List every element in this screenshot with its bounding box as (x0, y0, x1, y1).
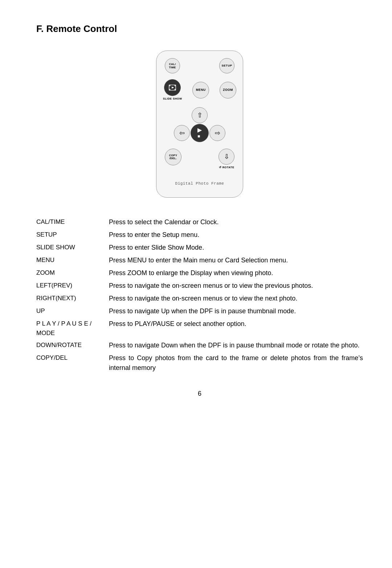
key-table-row: LEFT(PREV)Press to navigate the on-scree… (36, 279, 363, 292)
remote-brand-label: Digital Photo Frame (175, 181, 224, 187)
key-label: SLIDE SHOW (36, 241, 109, 254)
setup-button[interactable]: SETUP (219, 58, 234, 73)
rotate-group: ⇩ ↺ ROTATE (219, 149, 234, 169)
key-label: RIGHT(NEXT) (36, 292, 109, 305)
remote-bottom-row: COPY/DEL. ⇩ ↺ ROTATE (163, 149, 236, 169)
slideshow-icon (168, 84, 176, 92)
rotate-label: ↺ ROTATE (219, 165, 234, 169)
key-label: MENU (36, 254, 109, 267)
remote-top-row: CAL/TIME SETUP (163, 58, 236, 73)
copy-del-group: COPY/DEL. (165, 149, 181, 165)
key-description: Press to navigate the on-screen menus or… (109, 292, 363, 305)
key-table-row: CAL/TIMEPress to select the Calendar or … (36, 216, 363, 229)
copy-del-button[interactable]: COPY/DEL. (165, 149, 181, 165)
key-label: COPY/DEL (36, 352, 109, 374)
remote-illustration: CAL/TIME SETUP (36, 51, 363, 198)
key-table-row: DOWN/ROTATEPress to navigate Down when t… (36, 339, 363, 352)
key-table-row: ZOOMPress ZOOM to enlarge the Display wh… (36, 267, 363, 279)
key-table-row: UPPress to navigate Up when the DPF is i… (36, 305, 363, 318)
playpause-button[interactable]: ▶︎■ (191, 124, 209, 142)
key-description: Press to enter Slide Show Mode. (109, 241, 363, 254)
key-description: Press MENU to enter the Main menu or Car… (109, 254, 363, 267)
key-description: Press to navigate the on-screen menus or… (109, 279, 363, 292)
page-number: 6 (36, 389, 363, 399)
left-arrow-button[interactable]: ⇦ (174, 125, 190, 141)
dpad-middle-row: ⇦ ▶︎■ ⇨ (174, 124, 225, 142)
key-description: Press to enter the Setup menu. (109, 229, 363, 241)
key-description: Press to select the Calendar or Clock. (109, 216, 363, 229)
key-table-row: COPY/DELPress to Copy photos from the ca… (36, 352, 363, 374)
up-arrow-button[interactable]: ⇧ (192, 107, 208, 123)
key-label: LEFT(PREV) (36, 279, 109, 292)
key-description: Press to navigate Down when the DPF is i… (109, 339, 363, 352)
svg-marker-5 (172, 86, 174, 89)
page-title: F. Remote Control (36, 22, 363, 36)
key-descriptions-table: CAL/TIMEPress to select the Calendar or … (36, 216, 363, 374)
key-table-row: MENUPress MENU to enter the Main menu or… (36, 254, 363, 267)
cal-time-button[interactable]: CAL/TIME (165, 58, 180, 73)
svg-rect-2 (169, 89, 171, 90)
key-table-row: SLIDE SHOWPress to enter Slide Show Mode… (36, 241, 363, 254)
right-arrow-button[interactable]: ⇨ (209, 125, 225, 141)
svg-rect-3 (175, 85, 176, 86)
key-description: Press to navigate Up when the DPF is in … (109, 305, 363, 318)
remote-body: CAL/TIME SETUP (156, 51, 243, 198)
slideshow-label: SLIDE SHOW (163, 97, 182, 101)
key-table-row: P L A Y / P A U S E / MODEPress to PLAY/… (36, 318, 363, 339)
key-table-row: SETUPPress to enter the Setup menu. (36, 229, 363, 241)
key-label: ZOOM (36, 267, 109, 279)
menu-button[interactable]: MENU (192, 82, 209, 98)
key-description: Press to PLAY/PAUSE or select another op… (109, 318, 363, 339)
svg-rect-1 (169, 85, 171, 86)
key-label: UP (36, 305, 109, 318)
down-rotate-button[interactable]: ⇩ (219, 149, 234, 165)
svg-rect-4 (175, 89, 176, 90)
slideshow-button[interactable] (164, 79, 181, 96)
key-label: SETUP (36, 229, 109, 241)
key-label: CAL/TIME (36, 216, 109, 229)
key-label: DOWN/ROTATE (36, 339, 109, 352)
key-description: Press to Copy photos from the card to th… (109, 352, 363, 374)
key-table-body: CAL/TIMEPress to select the Calendar or … (36, 216, 363, 374)
dpad-area: ⇧ ⇦ ▶︎■ ⇨ (163, 107, 236, 142)
remote-second-row: SLIDE SHOW MENU ZOOM (163, 79, 236, 101)
key-description: Press ZOOM to enlarge the Display when v… (109, 267, 363, 279)
slideshow-group: SLIDE SHOW (163, 79, 182, 101)
key-table-row: RIGHT(NEXT)Press to navigate the on-scre… (36, 292, 363, 305)
zoom-button[interactable]: ZOOM (220, 82, 236, 98)
key-label: P L A Y / P A U S E / MODE (36, 318, 109, 339)
